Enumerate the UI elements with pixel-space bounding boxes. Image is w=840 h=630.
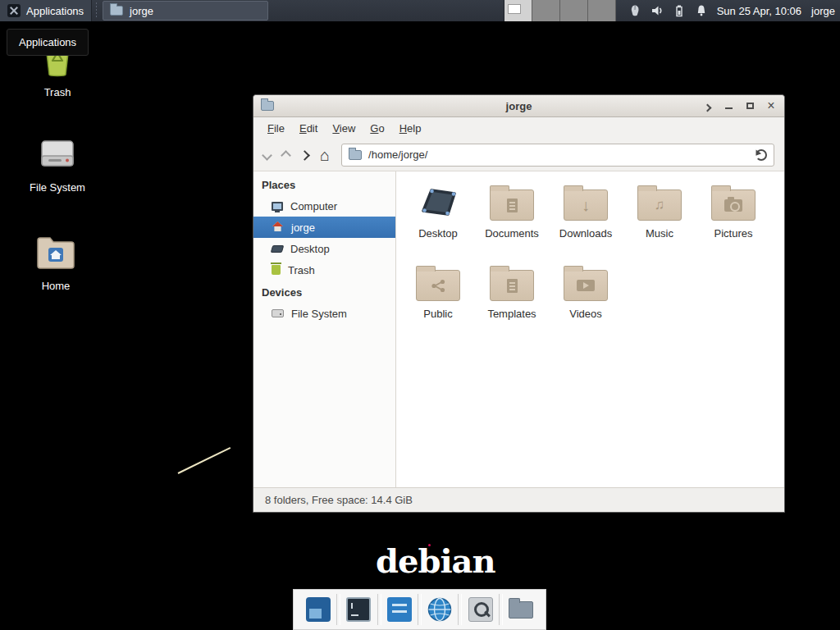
folder-item-pictures[interactable]: Pictures xyxy=(696,178,770,258)
folder-item-music[interactable]: ♫ Music xyxy=(623,178,696,258)
forward-button[interactable] xyxy=(282,148,290,162)
launcher-panels[interactable] xyxy=(385,595,414,624)
sidebar-item-desktop[interactable]: Desktop xyxy=(253,238,395,259)
desktop-icon-filesystem[interactable]: File System xyxy=(18,135,97,194)
desktop-icon xyxy=(271,245,285,253)
launcher-files[interactable] xyxy=(506,595,536,624)
folder-item-label: Desktop xyxy=(418,227,458,240)
sidebar-item-jorge[interactable]: jorge xyxy=(253,217,395,238)
username-action[interactable]: jorge xyxy=(811,5,835,17)
desktop-icon-label: Home xyxy=(42,280,71,292)
sidebar-item-label: jorge xyxy=(291,221,315,234)
folder-item-label: Public xyxy=(423,308,452,320)
folder-item-documents[interactable]: Documents xyxy=(475,178,549,258)
titlebar[interactable]: jorge × xyxy=(253,95,784,117)
system-tray xyxy=(628,3,709,18)
close-button[interactable]: × xyxy=(765,100,777,112)
folder-item-public[interactable]: Public xyxy=(401,258,475,339)
chevron-up-icon xyxy=(703,103,711,112)
close-icon: × xyxy=(767,100,774,112)
dock-separator xyxy=(377,594,381,625)
folder-item-videos[interactable]: Videos xyxy=(549,258,623,339)
documents-folder-icon xyxy=(490,189,534,221)
home-button[interactable]: ⌂ xyxy=(320,147,330,163)
debian-wordmark-text: debian xyxy=(376,541,495,580)
globe-icon xyxy=(427,596,453,623)
battery-icon[interactable] xyxy=(672,3,687,18)
chevron-right-icon xyxy=(281,150,291,161)
folder-item-templates[interactable]: Templates xyxy=(475,258,549,339)
maximize-icon xyxy=(746,103,754,109)
folder-icon xyxy=(509,601,533,619)
music-note-emblem-icon: ♫ xyxy=(655,198,665,212)
panel-separator xyxy=(94,2,99,19)
menu-edit[interactable]: Edit xyxy=(292,119,325,138)
trash-icon xyxy=(272,265,281,275)
sidebar-item-trash[interactable]: Trash xyxy=(253,259,395,281)
menu-file[interactable]: File xyxy=(260,119,292,138)
bottom-dock-panel xyxy=(293,589,546,630)
share-emblem-icon xyxy=(431,279,446,293)
video-emblem-icon xyxy=(577,280,595,291)
workspace-4[interactable] xyxy=(588,0,616,21)
launcher-desktop[interactable] xyxy=(304,595,333,624)
folder-item-label: Templates xyxy=(487,308,536,320)
desktop-icon-label: Trash xyxy=(44,86,71,98)
minimize-button[interactable] xyxy=(723,100,734,112)
sidebar-item-computer[interactable]: Computer xyxy=(253,195,395,217)
clock[interactable]: Sun 25 Apr, 10:06 xyxy=(717,5,801,17)
applications-menu-button[interactable]: Applications xyxy=(0,0,92,21)
menu-go[interactable]: Go xyxy=(363,119,391,138)
down-arrow-emblem-icon: ↓ xyxy=(582,197,590,213)
folder-item-downloads[interactable]: ↓ Downloads xyxy=(549,178,623,258)
back-button[interactable] xyxy=(263,148,271,162)
folder-item-label: Documents xyxy=(485,227,539,240)
minimize-icon xyxy=(725,107,733,109)
applications-tooltip: Applications xyxy=(7,29,89,56)
music-folder-icon: ♫ xyxy=(637,189,682,221)
desktop-icon-label: File System xyxy=(30,181,85,194)
workspace-switcher xyxy=(504,0,616,21)
status-text: 8 folders, Free space: 14.4 GiB xyxy=(265,494,413,506)
taskbar-button-jorge[interactable]: jorge xyxy=(103,1,268,21)
folder-item-desktop[interactable]: Desktop xyxy=(401,178,475,258)
magnifier-icon xyxy=(468,597,493,622)
desktop-icon-home[interactable]: Home xyxy=(16,235,95,292)
dock-separator xyxy=(336,594,340,625)
desktop-settings-icon xyxy=(306,597,331,622)
dock-separator xyxy=(418,594,422,625)
launcher-browser[interactable] xyxy=(425,595,454,624)
launcher-terminal[interactable] xyxy=(344,595,373,624)
applications-menu-icon xyxy=(7,4,21,17)
workspace-1[interactable] xyxy=(504,0,532,21)
workspace-3[interactable] xyxy=(560,0,588,21)
debian-wordmark: debian xyxy=(376,541,495,580)
up-button[interactable] xyxy=(301,148,308,162)
shade-button[interactable] xyxy=(701,100,713,112)
reload-button[interactable] xyxy=(756,149,767,161)
computer-icon xyxy=(272,202,283,211)
menu-view[interactable]: View xyxy=(325,119,363,138)
document-emblem-icon xyxy=(507,199,518,212)
folder-item-label: Downloads xyxy=(559,227,612,240)
sidebar: Places Computer jorge Desktop Trash Devi… xyxy=(253,171,396,487)
folder-item-label: Pictures xyxy=(714,227,753,240)
chevron-up-icon xyxy=(299,150,310,161)
folder-icon xyxy=(110,6,123,16)
notifications-bell-icon[interactable] xyxy=(694,3,709,18)
list-panel-icon xyxy=(387,597,412,622)
path-text: /home/jorge/ xyxy=(368,148,427,161)
menu-help[interactable]: Help xyxy=(392,119,429,138)
path-bar[interactable]: /home/jorge/ xyxy=(341,144,774,167)
maximize-button[interactable] xyxy=(744,100,756,112)
launcher-appfinder[interactable] xyxy=(466,595,495,624)
chevron-left-icon xyxy=(262,150,272,161)
sidebar-item-label: Trash xyxy=(288,264,315,276)
volume-icon[interactable] xyxy=(650,3,664,18)
sidebar-item-filesystem[interactable]: File System xyxy=(253,303,395,324)
mouse-icon[interactable] xyxy=(628,3,642,18)
menubar: File Edit View Go Help xyxy=(253,117,784,139)
workspace-2[interactable] xyxy=(532,0,560,21)
sidebar-item-label: Computer xyxy=(290,200,337,212)
folder-item-label: Music xyxy=(646,227,673,240)
